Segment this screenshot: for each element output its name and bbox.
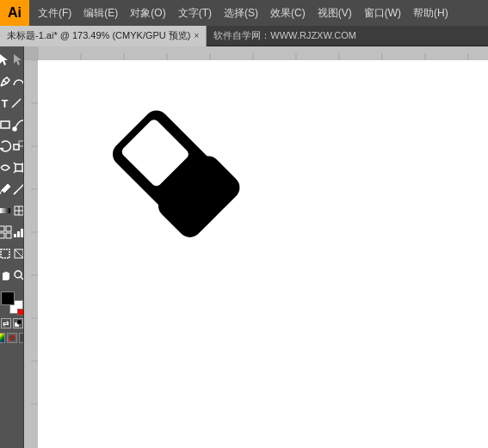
menu-effect[interactable]: 效果(C) <box>265 4 311 22</box>
foreground-color-swatch[interactable] <box>1 292 15 305</box>
svg-point-29 <box>15 271 22 278</box>
menu-view[interactable]: 视图(V) <box>312 4 357 22</box>
measure-tool[interactable] <box>12 179 25 199</box>
menu-bar: 文件(F) 编辑(E) 对象(O) 文字(T) 选择(S) 效果(C) 视图(V… <box>29 0 488 26</box>
menu-file[interactable]: 文件(F) <box>33 4 77 22</box>
tool-row-select <box>0 50 23 71</box>
free-transform-tool[interactable] <box>12 157 25 178</box>
swap-colors-btn[interactable]: ⇄ <box>1 318 11 328</box>
no-fill-btn[interactable] <box>7 333 17 343</box>
svg-rect-32 <box>17 320 22 324</box>
svg-rect-23 <box>14 234 16 237</box>
svg-rect-25 <box>21 229 23 237</box>
svg-marker-0 <box>0 54 8 65</box>
menu-object[interactable]: 对象(O) <box>125 4 170 22</box>
tool-row-gradient <box>0 200 23 221</box>
ruler-vertical <box>24 60 38 448</box>
svg-rect-19 <box>0 226 4 231</box>
drawing-content <box>77 75 274 271</box>
svg-line-12 <box>0 190 2 194</box>
svg-rect-35 <box>38 46 488 60</box>
svg-line-14 <box>14 192 16 194</box>
mesh-tool[interactable] <box>12 200 25 221</box>
zoom-tool[interactable] <box>12 265 25 285</box>
canvas-drawing <box>77 75 272 269</box>
svg-marker-1 <box>14 54 22 65</box>
tool-row-eyedropper <box>0 179 23 199</box>
shape-builder-tool[interactable] <box>0 222 12 242</box>
artboard-tool[interactable] <box>0 243 12 264</box>
svg-line-33 <box>9 334 15 341</box>
paintbrush-tool[interactable] <box>12 114 25 135</box>
svg-rect-21 <box>0 233 4 238</box>
canvas-area <box>24 46 488 448</box>
scale-tool[interactable] <box>12 136 25 156</box>
rect-tool[interactable] <box>0 114 12 135</box>
type-tool[interactable]: T <box>0 93 9 114</box>
direct-select-tool[interactable] <box>12 50 25 71</box>
active-tab[interactable]: 未标题-1.ai* @ 173.49% (CMYK/GPU 预览) × <box>0 26 207 46</box>
eyedropper-tool[interactable] <box>0 179 12 199</box>
svg-line-28 <box>15 249 23 258</box>
color-mode-btn[interactable] <box>0 333 5 343</box>
svg-rect-5 <box>14 144 19 150</box>
svg-rect-47 <box>24 60 38 448</box>
red-indicator <box>17 309 24 316</box>
tool-row-type: T <box>0 93 23 114</box>
toolbar: T <box>0 46 24 448</box>
tool-row-transform <box>0 136 23 156</box>
svg-rect-24 <box>17 231 20 237</box>
svg-point-4 <box>13 127 16 131</box>
svg-line-2 <box>12 99 21 107</box>
color-mode-row <box>0 333 24 343</box>
canvas-white <box>38 60 488 448</box>
slice-tool[interactable] <box>12 243 25 264</box>
warp-tool[interactable] <box>0 157 12 178</box>
svg-rect-7 <box>15 164 22 171</box>
svg-rect-3 <box>1 121 9 128</box>
menu-text[interactable]: 文字(T) <box>173 4 217 22</box>
rotate-tool[interactable] <box>0 136 12 156</box>
chart-tool[interactable] <box>12 222 25 242</box>
main-area: T <box>0 46 488 448</box>
tool-row-pen <box>0 71 23 92</box>
svg-rect-15 <box>0 208 10 213</box>
tool-row-shape <box>0 114 23 135</box>
menu-help[interactable]: 帮助(H) <box>408 4 454 22</box>
tab-label: 未标题-1.ai* @ 173.49% (CMYK/GPU 预览) <box>7 29 191 42</box>
menu-select[interactable]: 选择(S) <box>219 4 263 22</box>
tool-row-blend <box>0 157 23 178</box>
tab-close[interactable]: × <box>195 31 200 40</box>
ai-logo: Ai <box>0 0 29 26</box>
tool-row-grid <box>0 222 23 242</box>
hand-tool[interactable] <box>0 265 12 285</box>
tab-right-info: 软件自学网：WWW.RJZXW.COM <box>207 29 488 42</box>
svg-rect-20 <box>6 226 11 231</box>
tab-bar: 未标题-1.ai* @ 173.49% (CMYK/GPU 预览) × 软件自学… <box>0 26 488 46</box>
ruler-corner <box>24 46 38 60</box>
svg-rect-26 <box>1 249 9 258</box>
swap-default-row: ⇄ <box>1 318 23 328</box>
tool-row-hand <box>0 265 23 285</box>
curvature-tool[interactable] <box>12 71 25 92</box>
svg-line-30 <box>21 277 24 280</box>
menu-window[interactable]: 窗口(W) <box>359 4 406 22</box>
tool-row-artboard <box>0 243 23 264</box>
select-tool[interactable] <box>0 50 12 71</box>
svg-rect-6 <box>19 141 24 146</box>
title-bar: Ai 文件(F) 编辑(E) 对象(O) 文字(T) 选择(S) 效果(C) 视… <box>0 0 488 26</box>
default-colors-btn[interactable] <box>13 318 23 328</box>
swatch-stack[interactable] <box>1 292 23 314</box>
ruler-horizontal <box>38 46 488 60</box>
line-tool[interactable] <box>9 93 23 114</box>
pen-tool[interactable] <box>0 71 12 92</box>
gradient-tool[interactable] <box>0 200 12 221</box>
menu-edit[interactable]: 编辑(E) <box>78 4 123 22</box>
svg-line-10 <box>14 171 15 173</box>
svg-rect-22 <box>6 233 11 238</box>
svg-line-8 <box>14 163 15 164</box>
color-area: ⇄ <box>0 292 24 343</box>
